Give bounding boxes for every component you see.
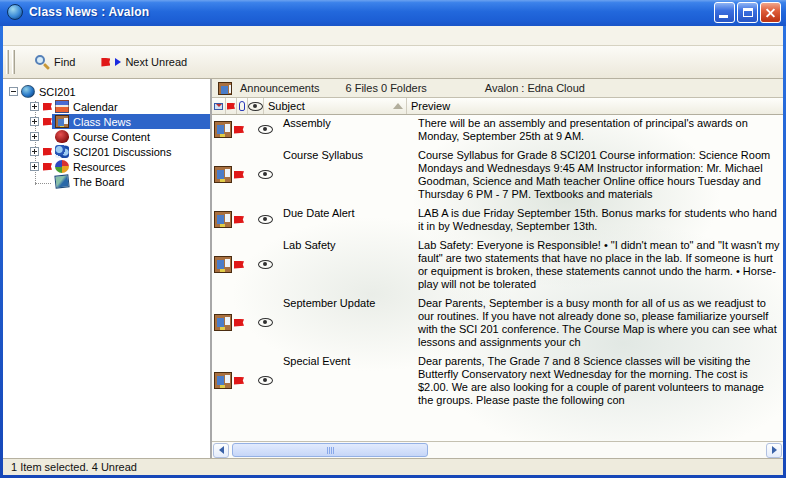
- expand-box-icon[interactable]: [30, 162, 39, 171]
- menu-item[interactable]: [97, 34, 115, 38]
- message-row[interactable]: Course Syllabus Course Syllabus for Grad…: [212, 147, 783, 205]
- tree-item-icon: [55, 145, 69, 158]
- expand-box-icon[interactable]: [30, 132, 39, 141]
- message-preview: Dear parents, The Grade 7 and 8 Science …: [414, 354, 783, 407]
- conference-globe-icon: [21, 85, 35, 98]
- column-preview[interactable]: Preview: [407, 98, 783, 114]
- viewed-eye-icon: [258, 318, 273, 327]
- message-subject: September Update: [281, 296, 414, 349]
- minimize-icon: [719, 15, 728, 18]
- paperclip-icon: [239, 101, 245, 111]
- message-row[interactable]: Special Event Dear parents, The Grade 7 …: [212, 353, 783, 411]
- message-preview: There will be an assembly and presentati…: [414, 116, 783, 143]
- bulletin-icon: [214, 372, 232, 389]
- sidebar-tree: SCI201 Calendar Class News: [3, 79, 212, 458]
- status-text: 1 Item selected. 4 Unread: [11, 461, 137, 473]
- unread-flag-icon: [234, 319, 244, 327]
- tree-item[interactable]: Calendar: [3, 99, 210, 114]
- announcements-icon: [218, 82, 232, 95]
- viewed-eye-icon: [258, 170, 273, 179]
- unread-flag-icon: [43, 118, 52, 126]
- message-preview: LAB A is due Friday September 15th. Bonu…: [414, 206, 783, 233]
- scrollbar-thumb[interactable]: [232, 443, 428, 457]
- tree-item-icon: [55, 115, 69, 128]
- menu-item[interactable]: [25, 34, 43, 38]
- menu-item[interactable]: [61, 34, 79, 38]
- unread-flag-icon: [234, 171, 244, 179]
- tree-item[interactable]: SCI201 Discussions: [3, 144, 210, 159]
- message-row[interactable]: Due Date Alert LAB A is due Friday Septe…: [212, 205, 783, 237]
- envelope-icon: [214, 103, 223, 110]
- title-bar[interactable]: Class News : Avalon: [0, 0, 786, 26]
- next-unread-button[interactable]: Next Unread: [95, 53, 193, 71]
- collapse-box-icon[interactable]: [9, 87, 18, 96]
- column-envelope[interactable]: [212, 98, 226, 114]
- tree-item-label: SCI201 Discussions: [73, 146, 171, 158]
- horizontal-scrollbar[interactable]: [212, 441, 783, 458]
- column-subject[interactable]: Subject: [264, 98, 407, 114]
- tree-item[interactable]: Class News: [3, 114, 210, 129]
- sort-ascending-icon: [393, 103, 403, 109]
- tree-item[interactable]: The Board: [3, 174, 210, 189]
- pane-title: Announcements: [240, 82, 320, 94]
- message-preview: Course Syllabus for Grade 8 SCI201 Cours…: [414, 148, 783, 201]
- maximize-icon: [743, 8, 753, 17]
- message-row[interactable]: Lab Safety Lab Safety: Everyone is Respo…: [212, 237, 783, 295]
- tree-item-icon: [55, 130, 69, 143]
- tree-item[interactable]: Resources: [3, 159, 210, 174]
- scroll-left-button[interactable]: [213, 443, 229, 458]
- content-pane: Announcements 6 Files 0 Folders Avalon :…: [212, 79, 783, 458]
- message-subject: Due Date Alert: [281, 206, 414, 233]
- expand-box-icon[interactable]: [30, 102, 39, 111]
- chevron-right-icon: [772, 446, 777, 454]
- unread-flag-icon: [43, 103, 52, 111]
- chevron-left-icon: [219, 446, 224, 454]
- menu-item[interactable]: [7, 34, 25, 38]
- viewed-eye-icon: [258, 125, 273, 134]
- close-button[interactable]: [760, 2, 781, 23]
- menu-item[interactable]: [79, 34, 97, 38]
- find-button[interactable]: Find: [29, 52, 81, 73]
- column-attachment[interactable]: [237, 98, 248, 114]
- app-globe-icon: [7, 4, 23, 20]
- toolbar: Find Next Unread: [3, 46, 783, 79]
- tree-item-label: Class News: [73, 116, 131, 128]
- unread-flag-icon: [43, 163, 52, 171]
- unread-flag-icon: [234, 216, 244, 224]
- column-header: Subject Preview: [212, 98, 783, 115]
- tree-item-label: The Board: [73, 176, 124, 188]
- maximize-button[interactable]: [737, 2, 758, 23]
- column-flag[interactable]: [226, 98, 237, 114]
- toolbar-grip[interactable]: [6, 50, 9, 74]
- next-arrow-icon: [115, 58, 121, 66]
- message-row[interactable]: Assembly There will be an assembly and p…: [212, 115, 783, 147]
- bulletin-icon: [214, 314, 232, 331]
- pane-location: Avalon : Edna Cloud: [485, 82, 585, 94]
- tree-item[interactable]: Course Content: [3, 129, 210, 144]
- column-viewed[interactable]: [248, 98, 264, 114]
- message-preview: Dear Parents, September is a busy month …: [414, 296, 783, 349]
- viewed-eye-icon: [258, 260, 273, 269]
- message-preview: Lab Safety: Everyone is Responsible! • "…: [414, 238, 783, 291]
- message-subject: Course Syllabus: [281, 148, 414, 201]
- expand-box-icon[interactable]: [30, 147, 39, 156]
- menu-item[interactable]: [115, 34, 133, 38]
- tree-root-sci201[interactable]: SCI201: [3, 84, 210, 99]
- viewed-eye-icon: [258, 376, 273, 385]
- unread-flag-icon: [234, 126, 244, 134]
- bulletin-icon: [214, 166, 232, 183]
- flag-icon: [101, 58, 110, 67]
- expand-box-icon[interactable]: [30, 117, 39, 126]
- message-row[interactable]: September Update Dear Parents, September…: [212, 295, 783, 353]
- scroll-right-button[interactable]: [766, 443, 782, 458]
- window-title: Class News : Avalon: [29, 5, 714, 19]
- bulletin-icon: [214, 256, 232, 273]
- minimize-button[interactable]: [714, 2, 735, 23]
- viewed-eye-icon: [258, 215, 273, 224]
- tree-root-label: SCI201: [39, 86, 76, 98]
- menu-item[interactable]: [43, 34, 61, 38]
- tree-item-label: Course Content: [73, 131, 150, 143]
- tree-item-icon: [55, 100, 69, 113]
- message-subject: Special Event: [281, 354, 414, 407]
- message-subject: Lab Safety: [281, 238, 414, 291]
